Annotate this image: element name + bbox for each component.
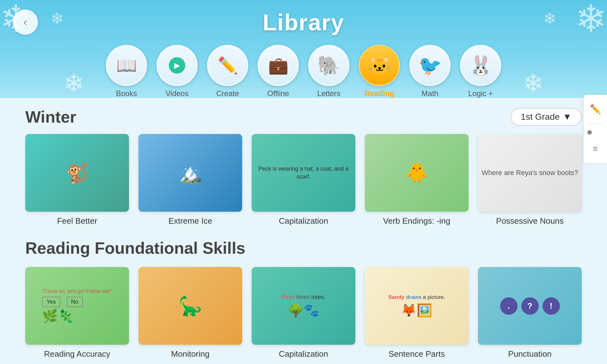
book-thumbnail: Peck is wearing a hat, a coat, and a sca…	[252, 134, 355, 212]
book-thumbnail: Where are Reya's snow boots?	[478, 134, 582, 212]
header: ❄ ❄ ❄ ❄ ❄ ❄ ‹ Library 📖 Books ▶ Videos ✏…	[0, 0, 607, 98]
play-icon: ▶	[169, 57, 185, 74]
book-card-feel-better[interactable]: 🐒 Feel Better	[25, 134, 129, 226]
book-card-punctuation[interactable]: . ? ! Punctuation	[478, 267, 582, 359]
grade-selector[interactable]: 1st Grade ▼	[511, 108, 582, 126]
grade-label: 1st Grade	[521, 112, 560, 122]
book-card-verb-endings[interactable]: 🐥 Verb Endings: -ing	[365, 134, 469, 226]
thumb-inner: Where are Reya's snow boots?	[478, 134, 582, 212]
main-content: Winter 1st Grade ▼ 🐒 Feel Better 🏔️ Extr…	[0, 98, 607, 364]
sidebar-item-offline[interactable]: 💼 Offline	[258, 45, 299, 98]
book-title: Capitalization	[279, 216, 328, 226]
mountain-icon: 🏔️	[179, 162, 202, 184]
winter-book-grid: 🐒 Feel Better 🏔️ Extreme Ice Peck is wea…	[25, 134, 582, 226]
videos-label: Videos	[166, 89, 189, 98]
chevron-down-icon: ▼	[563, 112, 572, 122]
sidebar-indicator-active	[587, 130, 592, 135]
math-circle: 🐦	[409, 45, 451, 86]
book-title: Sentence Parts	[389, 349, 445, 359]
book-title: Feel Better	[57, 216, 97, 226]
thumb-inner: Peck is wearing a hat, a coat, and a sca…	[252, 134, 355, 212]
book-title: Verb Endings: -ing	[383, 216, 450, 226]
offline-circle: 💼	[258, 45, 299, 86]
create-label: Create	[216, 89, 239, 98]
books-label: Books	[116, 89, 137, 98]
thumb-inner: 🏔️	[138, 134, 242, 212]
bird-icon: 🐥	[405, 162, 429, 184]
sidebar-divider	[587, 123, 603, 124]
book-card-monitoring[interactable]: 🦕 Monitoring	[138, 267, 242, 359]
sidebar-item-letters[interactable]: 🐘 Letters	[308, 45, 349, 98]
math-label: Math	[421, 89, 438, 98]
book-card-capitalization-2[interactable]: Reya loves trees. 🌳🐾 Capitalization	[252, 267, 355, 359]
elephant-icon: 🐘	[317, 54, 341, 77]
pencil-icon: ✏️	[218, 56, 238, 75]
book-excerpt: Where are Reya's snow boots?	[481, 168, 578, 178]
book-title: Capitalization	[279, 349, 328, 359]
rabbit-icon: 🐰	[469, 54, 493, 77]
sidebar-item-books[interactable]: 📖 Books	[106, 45, 147, 98]
dinosaur-icon: 🦕	[179, 295, 202, 317]
thumb-inner: Sandy draws a picture. 🦊🖼️	[365, 267, 469, 345]
book-icon: 📖	[116, 56, 137, 75]
create-circle: ✏️	[207, 45, 248, 86]
edit-icon[interactable]: ✏️	[587, 101, 603, 117]
book-title: Extreme Ice	[169, 216, 212, 226]
sidebar-item-math[interactable]: 🐦 Math	[409, 45, 451, 98]
book-title: Possessive Nouns	[496, 216, 564, 226]
page-title: Library	[0, 6, 607, 39]
thumb-inner: 🐒	[25, 134, 129, 212]
book-thumbnail: 🏔️	[138, 134, 242, 212]
book-thumbnail: 🐥	[365, 134, 469, 212]
foundational-title: Reading Foundational Skills	[25, 239, 582, 258]
book-card-sentence-parts[interactable]: Sandy draws a picture. 🦊🖼️ Sentence Part…	[365, 267, 469, 359]
suitcase-icon: 💼	[268, 56, 289, 75]
book-thumbnail: "Come on, let's go! Follow me!" Yes No 🌿…	[25, 267, 129, 345]
letters-circle: 🐘	[308, 45, 349, 86]
foundational-row-1: "Come on, let's go! Follow me!" Yes No 🌿…	[25, 267, 582, 359]
sidebar: ✏️ ≡	[584, 95, 607, 163]
book-card-possessive-nouns[interactable]: Where are Reya's snow boots? Possessive …	[478, 134, 582, 226]
reading-label: Reading	[365, 89, 395, 98]
book-thumbnail: Sandy draws a picture. 🦊🖼️	[365, 267, 469, 345]
book-thumbnail: 🦕	[138, 267, 242, 345]
offline-label: Offline	[267, 89, 289, 98]
book-card-capitalization[interactable]: Peck is wearing a hat, a coat, and a sca…	[252, 134, 355, 226]
sidebar-item-reading[interactable]: 🐱 Reading	[359, 45, 400, 98]
logic-circle: 🐰	[460, 45, 501, 86]
book-thumbnail: 🐒	[25, 134, 129, 212]
logic-label: Logic +	[468, 89, 493, 98]
book-thumbnail: Reya loves trees. 🌳🐾	[252, 267, 355, 345]
book-card-reading-accuracy[interactable]: "Come on, let's go! Follow me!" Yes No 🌿…	[25, 267, 129, 359]
book-thumbnail: . ? !	[478, 267, 582, 345]
sidebar-list-icon[interactable]: ≡	[587, 141, 603, 157]
winter-title: Winter	[25, 107, 76, 126]
sidebar-item-videos[interactable]: ▶ Videos	[156, 45, 198, 98]
back-button[interactable]: ‹	[13, 9, 38, 35]
book-card-extreme-ice[interactable]: 🏔️ Extreme Ice	[138, 134, 242, 226]
book-title: Punctuation	[508, 349, 551, 359]
cat-icon: 🐱	[368, 54, 391, 77]
monkey-icon: 🐒	[65, 162, 89, 184]
winter-section-header: Winter 1st Grade ▼	[25, 107, 582, 126]
sidebar-item-logic[interactable]: 🐰 Logic +	[460, 45, 501, 98]
thumb-inner: "Come on, let's go! Follow me!" Yes No 🌿…	[25, 267, 129, 345]
thumb-inner: 🦕	[138, 267, 242, 345]
thumb-inner: . ? !	[478, 267, 582, 345]
reading-circle: 🐱	[359, 45, 400, 86]
thumb-inner: 🐥	[365, 134, 469, 212]
thumb-inner: Reya loves trees. 🌳🐾	[252, 267, 355, 345]
videos-circle: ▶	[156, 45, 198, 86]
sidebar-item-create[interactable]: ✏️ Create	[207, 45, 248, 98]
book-title: Monitoring	[171, 349, 209, 359]
book-title: Reading Accuracy	[44, 349, 110, 359]
nav-row: 📖 Books ▶ Videos ✏️ Create 💼 Offline	[0, 39, 607, 98]
bird-icon: 🐦	[418, 54, 442, 77]
letters-label: Letters	[317, 89, 340, 98]
book-excerpt: Peck is wearing a hat, a coat, and a sca…	[255, 165, 352, 181]
books-circle: 📖	[106, 45, 147, 86]
